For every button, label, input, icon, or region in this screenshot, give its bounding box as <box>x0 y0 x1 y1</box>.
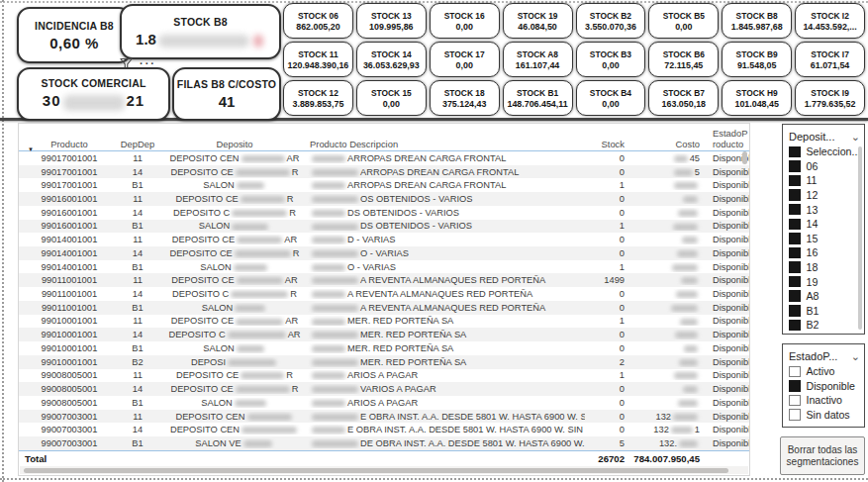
checkbox[interactable] <box>789 366 801 378</box>
redacted-text <box>312 155 345 162</box>
checkbox-checked[interactable] <box>789 320 801 331</box>
column-header-stock[interactable]: Stock <box>585 140 630 150</box>
table-row[interactable]: 9900700300114DEPOSITO CENE OBRA INST. A.… <box>19 423 749 436</box>
column-header-productodescripcion[interactable]: Producto Descripcion <box>308 140 585 150</box>
checkbox-checked[interactable] <box>789 305 801 317</box>
table-horizontal-scrollbar-thumb[interactable] <box>24 468 728 473</box>
table-row[interactable]: 9900800500114DEPOSITO CERVARIOS A PAGAR0… <box>19 382 749 396</box>
table-row[interactable]: 99010001001B1SALONMER. RED PORTEÑA SA0Di… <box>19 341 749 355</box>
slicer-deposito-items: Seleccion...061112131415161819A8B1B2B3 <box>789 145 860 331</box>
stock-card-value: 375.124,43 <box>442 99 486 109</box>
slicer-item[interactable]: Sin datos <box>789 408 860 423</box>
table-row[interactable]: 9901000100114DEPOSITO CARMER. RED PORTEÑ… <box>19 328 749 341</box>
cell-producto: 99017001001 <box>25 153 114 163</box>
checkbox-checked[interactable] <box>789 146 801 158</box>
cell-costo <box>630 289 706 299</box>
table-row[interactable]: 9901700100114DEPOSITO CERARROPAS DREAN C… <box>19 165 749 179</box>
stock-card: STOCK B991.548,05 <box>722 42 792 77</box>
checkbox-checked[interactable] <box>789 290 801 302</box>
slicer-item[interactable]: Inactivo <box>789 393 860 408</box>
table-row[interactable]: 9901400100114DEPOSITO CERO - VARIAS0Disp… <box>19 246 749 260</box>
slicer-estado-header[interactable]: EstadoP... ⌄ <box>789 347 860 364</box>
slicer-item[interactable]: 15 <box>789 232 860 246</box>
more-options-icon[interactable]: ··· <box>140 59 156 67</box>
checkbox-checked[interactable] <box>789 204 801 216</box>
checkbox-checked[interactable] <box>789 247 801 259</box>
sort-indicator-icon[interactable]: ▼ <box>28 146 34 152</box>
checkbox[interactable] <box>789 409 801 421</box>
slicer-item[interactable]: 12 <box>789 188 860 203</box>
checkbox[interactable] <box>789 395 801 407</box>
redacted-text <box>671 305 698 312</box>
redacted-text <box>683 196 698 203</box>
redacted-text <box>674 372 698 379</box>
stock-card-value: 1.845.987,68 <box>731 22 783 32</box>
cell-costo <box>630 180 706 190</box>
slicer-item[interactable]: 19 <box>789 274 860 289</box>
redacted-text <box>236 386 290 393</box>
cell-depdep: 11 <box>114 370 161 380</box>
slicer-deposito-scrollbar[interactable] <box>858 146 862 330</box>
checkbox-checked[interactable] <box>789 380 801 392</box>
cell-estado: Disponible <box>706 357 749 367</box>
redacted-text <box>675 332 698 338</box>
slicer-item[interactable]: A8 <box>789 289 860 304</box>
table-row[interactable]: 9901100100111DEPOSITO CEARA REVENTA ALMA… <box>19 273 749 287</box>
table-row[interactable]: 99010001001B2DEPOSIMER. RED PORTEÑA SA2D… <box>19 355 749 369</box>
table-row[interactable]: 9900800500111DEPOSITO CERARIOS A PAGAR1D… <box>19 369 749 383</box>
slicer-item[interactable]: Activo <box>789 364 860 379</box>
column-header-producto[interactable]: Producto <box>25 140 114 150</box>
table-horizontal-scrollbar-track[interactable] <box>20 466 748 474</box>
redacted-text <box>679 440 698 447</box>
slicer-item[interactable]: B2 <box>789 318 860 331</box>
slicer-item[interactable]: 18 <box>789 260 860 275</box>
slicer-item[interactable]: 06 <box>789 159 860 174</box>
clear-slicers-button[interactable]: Borrar todas las segmentaciones <box>780 436 865 475</box>
table-row[interactable]: 99011001001B1SALONA REVENTA ALMANAQUES R… <box>19 301 749 315</box>
slicer-item[interactable]: 13 <box>789 202 860 217</box>
table-row[interactable]: 99017001001B1SALONARROPAS DREAN CARGA FR… <box>19 178 749 192</box>
table-row[interactable]: 99016001001B1SALONDS OBTENIDOS - VARIOS1… <box>19 220 749 234</box>
checkbox-checked[interactable] <box>789 219 801 231</box>
checkbox-checked[interactable] <box>789 160 801 172</box>
table-row[interactable]: 9901100100114DEPOSITO CRA REVENTA ALMANA… <box>19 287 749 301</box>
chevron-down-icon[interactable]: ⌄ <box>851 352 860 360</box>
slicer-item[interactable]: 14 <box>789 217 860 232</box>
column-header-deposito[interactable]: Deposito <box>161 140 308 150</box>
cell-costo <box>630 248 706 258</box>
redacted-text <box>673 414 698 421</box>
table-row[interactable]: 9901700100111DEPOSITO CENARARROPAS DREAN… <box>19 151 749 165</box>
slicer-item[interactable]: Disponible <box>789 379 860 394</box>
slicer-item[interactable]: 16 <box>789 245 860 260</box>
column-header-estadoproducto[interactable]: EstadoProducto <box>706 129 749 149</box>
checkbox-checked[interactable] <box>789 189 801 201</box>
cell-stock: 2 <box>585 357 630 367</box>
slicer-item[interactable]: B1 <box>789 304 860 319</box>
checkbox-checked[interactable] <box>789 276 801 288</box>
checkbox-checked[interactable] <box>789 175 801 187</box>
stock-card-label: STOCK 11 <box>298 49 338 59</box>
table-row[interactable]: 9900700300111DEPOSITO CENE OBRA INST. A.… <box>19 410 749 424</box>
table-row[interactable]: 9901000100111DEPOSITO CEARMER. RED PORTE… <box>19 315 749 329</box>
table-row[interactable]: 9901600100114DEPOSITO CRDS OBTENIDOS - V… <box>19 206 749 220</box>
cell-producto: 99014001001 <box>25 248 114 258</box>
redacted-text <box>235 400 266 407</box>
cell-estado: Disponible <box>706 262 749 272</box>
cell-estado: Disponible <box>706 343 749 353</box>
redacted-text <box>234 264 267 271</box>
table-row[interactable]: 99014001001B1SALONO - VARIAS1Disponible <box>19 260 749 274</box>
table-row[interactable]: 9901400100111DEPOSITO CEARD - VARIAS0Dis… <box>19 233 749 246</box>
table-row[interactable]: 99008005001B1SALONARIOS A PAGAR0Disponib… <box>19 396 749 410</box>
checkbox-checked[interactable] <box>789 261 801 273</box>
column-header-costo[interactable]: Costo <box>630 140 706 150</box>
checkbox-checked[interactable] <box>789 233 801 244</box>
column-header-depdep[interactable]: DepDep <box>114 140 161 150</box>
slicer-item[interactable]: Seleccion... <box>789 145 860 159</box>
table-vertical-scrollbar[interactable] <box>742 151 747 164</box>
chevron-down-icon[interactable]: ⌄ <box>851 133 860 141</box>
redacted-text <box>677 250 698 257</box>
table-row[interactable]: 9901600100111DEPOSITO CEROS OBTENIDOS - … <box>19 192 749 206</box>
slicer-deposito-header[interactable]: Deposit... ⌄ <box>789 128 860 145</box>
table-row[interactable]: 99007003001B1SALON VEDE OBRA INST. A.A. … <box>19 436 749 450</box>
slicer-item[interactable]: 11 <box>789 173 860 188</box>
